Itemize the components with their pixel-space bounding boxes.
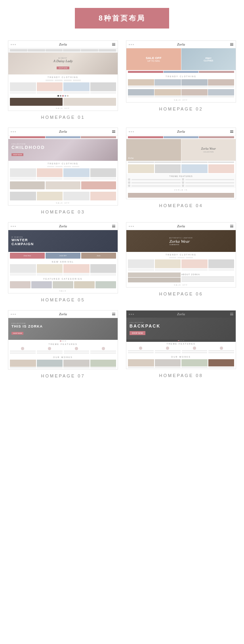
hp03-nav: Zorla bbox=[8, 128, 118, 135]
hp04-logo: Zorla bbox=[177, 130, 185, 133]
homepage-05-card: Zorla ❄ SEASON WINTERCAMPAIGN Zorka Wear… bbox=[8, 222, 118, 302]
hp03-label: HOMEPAGE 03 bbox=[41, 210, 85, 214]
homepage-04-frame[interactable]: Zorla Zorka Zorka Wear COLLECTION bbox=[126, 128, 236, 199]
homepage-02-card: Zorla SALE OFF UP TO 50% PINKYCLOTHES bbox=[126, 40, 236, 120]
hp08-nav: Zorla bbox=[126, 311, 236, 318]
homepage-06-frame[interactable]: Zorla AUTHENTIC LEATHER Zorka Wear GUARA… bbox=[126, 222, 236, 288]
hp02-hero: SALE OFF UP TO 50% PINKYCLOTHES bbox=[126, 48, 236, 70]
homepage-01-card: Zorla A DAISY A Daisy Lady SHOP NOW TREN… bbox=[8, 40, 118, 120]
hp03-hero: COLLECTION CHILDHOOD SHOP NOW bbox=[8, 139, 118, 161]
hp08-label: HOMEPAGE 08 bbox=[159, 373, 203, 378]
hp07-hero: COLLECTION THIS IS ZORKA SHOP NOW bbox=[8, 318, 118, 340]
hp08-logo: Zorla bbox=[177, 312, 185, 316]
hp04-nav: Zorla bbox=[126, 128, 236, 135]
hp07-label: HOMEPAGE 07 bbox=[41, 373, 85, 378]
homepage-04-card: Zorla Zorka Zorka Wear COLLECTION bbox=[126, 128, 236, 214]
hp01-logo: Zorla bbox=[59, 42, 67, 46]
hp03-logo: Zorla bbox=[59, 130, 67, 133]
homepage-07-card: Zorla COLLECTION THIS IS ZORKA SHOP NOW … bbox=[8, 310, 118, 378]
homepage-07-frame[interactable]: Zorla COLLECTION THIS IS ZORKA SHOP NOW … bbox=[8, 310, 118, 370]
homepage-08-card: Zorla COLLECTION BACKPACK SHOP NOW THEME… bbox=[126, 310, 236, 378]
hp06-nav: Zorla bbox=[126, 223, 236, 230]
hp05-label: HOMEPAGE 05 bbox=[41, 297, 85, 302]
hp04-hero: Zorka Zorka Wear COLLECTION bbox=[126, 139, 236, 161]
homepage-02-frame[interactable]: Zorla SALE OFF UP TO 50% PINKYCLOTHES bbox=[126, 40, 236, 103]
header-title: 8种首页布局 bbox=[99, 14, 145, 22]
hp02-logo: Zorla bbox=[177, 42, 185, 46]
homepage-05-frame[interactable]: Zorla ❄ SEASON WINTERCAMPAIGN Zorka Wear… bbox=[8, 222, 118, 293]
hp08-hero: COLLECTION BACKPACK SHOP NOW bbox=[126, 318, 236, 339]
homepage-08-frame[interactable]: Zorla COLLECTION BACKPACK SHOP NOW THEME… bbox=[126, 310, 236, 369]
hp05-nav: Zorla bbox=[8, 223, 118, 230]
hp06-label: HOMEPAGE 06 bbox=[159, 292, 203, 296]
hp01-hero: A DAISY A Daisy Lady SHOP NOW bbox=[8, 53, 118, 74]
homepage-06-card: Zorla AUTHENTIC LEATHER Zorka Wear GUARA… bbox=[126, 222, 236, 302]
homepage-03-frame[interactable]: Zorla COLLECTION CHILDHOOD SHOP NOW TREN… bbox=[8, 128, 118, 206]
hp07-nav: Zorla bbox=[8, 311, 118, 318]
hp05-hero: ❄ SEASON WINTERCAMPAIGN bbox=[8, 230, 118, 252]
hp06-logo: Zorla bbox=[177, 224, 185, 228]
homepage-03-card: Zorla COLLECTION CHILDHOOD SHOP NOW TREN… bbox=[8, 128, 118, 214]
hp05-logo: Zorla bbox=[59, 224, 67, 228]
hp01-nav: Zorla bbox=[8, 41, 118, 48]
hp01-label: HOMEPAGE 01 bbox=[41, 115, 85, 120]
homepage-01-frame[interactable]: Zorla A DAISY A Daisy Lady SHOP NOW TREN… bbox=[8, 40, 118, 111]
header-banner: 8种首页布局 bbox=[0, 0, 244, 29]
hp02-nav: Zorla bbox=[126, 41, 236, 48]
hp07-logo: Zorla bbox=[59, 312, 67, 316]
hp02-label: HOMEPAGE 02 bbox=[159, 107, 203, 111]
hp04-label: HOMEPAGE 04 bbox=[159, 203, 203, 208]
hp06-hero: AUTHENTIC LEATHER Zorka Wear GUARANTEE bbox=[126, 230, 236, 252]
